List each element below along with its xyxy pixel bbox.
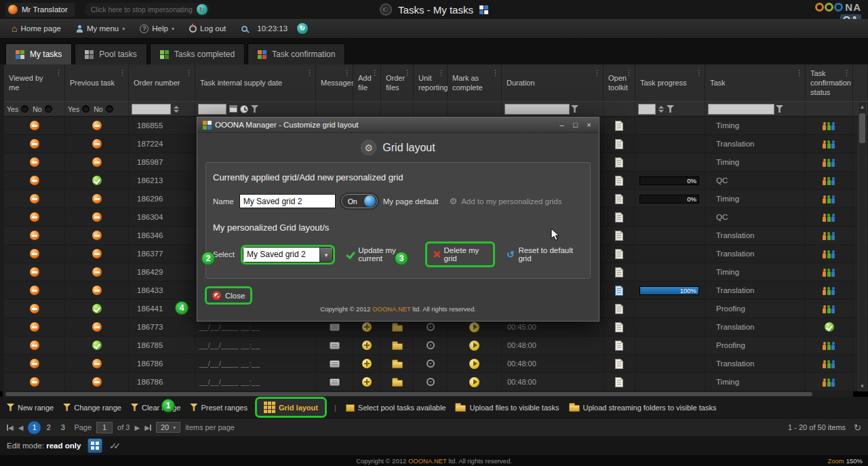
column-header[interactable]: Task⋮	[705, 64, 806, 101]
open-toolkit-icon[interactable]	[615, 304, 623, 314]
filter-order-number[interactable]	[129, 102, 195, 116]
messages-icon[interactable]	[330, 342, 340, 349]
column-menu-icon[interactable]: ⋮	[795, 69, 803, 78]
horizontal-scroll-thumb[interactable]	[5, 392, 812, 396]
clock-icon[interactable]	[240, 105, 248, 113]
toolbar-preset-ranges[interactable]: Preset ranges	[190, 404, 247, 412]
column-header[interactable]: Order number⋮	[129, 64, 195, 101]
date-filter-input[interactable]	[198, 104, 226, 115]
column-header[interactable]: Task progress⋮	[635, 64, 705, 101]
column-header[interactable]: Add file⋮	[353, 64, 381, 101]
menu-item-help[interactable]: ?Help▾	[134, 22, 180, 35]
column-header[interactable]: Open toolkit⋮	[604, 64, 635, 101]
column-menu-icon[interactable]: ⋮	[593, 69, 601, 78]
add-file-icon[interactable]	[362, 322, 372, 332]
funnel-icon[interactable]	[571, 105, 578, 113]
mark-complete-play-icon[interactable]	[469, 359, 479, 369]
maximize-button[interactable]: □	[570, 120, 581, 130]
open-toolkit-icon[interactable]	[615, 377, 623, 387]
open-toolkit-icon[interactable]	[615, 212, 623, 222]
column-header[interactable]: Viewed by me⋮	[4, 64, 65, 101]
column-header[interactable]: Task confirmation status⋮	[806, 64, 853, 101]
open-toolkit-icon[interactable]	[615, 286, 623, 296]
add-file-icon[interactable]	[362, 341, 372, 350]
page-number-2[interactable]: 2	[42, 421, 55, 434]
column-header[interactable]: Task internal supply date⋮	[195, 64, 316, 101]
vertical-scroll-thumb[interactable]	[859, 113, 865, 143]
tab-pool-tasks[interactable]: Pool tasks	[75, 43, 146, 64]
dialog-titlebar[interactable]: OOONA Manager - Customize grid layout – …	[197, 117, 599, 133]
stop-impersonating-button[interactable]: Click here to stop impersonating ↻	[84, 3, 210, 16]
saved-grid-select-input[interactable]	[243, 248, 319, 262]
radio-icon[interactable]	[82, 105, 90, 113]
funnel-icon[interactable]	[251, 105, 258, 113]
horizontal-scrollbar[interactable]	[3, 391, 853, 397]
toolbar-upload-streaming-folders-to-visible-tasks[interactable]: Upload streaming folders to visible task…	[569, 403, 717, 412]
page-default-toggle[interactable]: On	[341, 194, 378, 208]
scroll-down-icon[interactable]: ▼	[859, 382, 866, 391]
add-file-icon[interactable]	[362, 359, 372, 368]
last-page-icon[interactable]: ▶	[144, 424, 151, 431]
filter-task[interactable]	[705, 102, 806, 116]
toolbar-new-range[interactable]: New range	[7, 404, 54, 412]
refresh-icon[interactable]: ↻	[297, 23, 308, 34]
unit-reporting-icon[interactable]	[427, 323, 435, 331]
order-files-folder-icon[interactable]	[392, 380, 403, 387]
duration-filter-input[interactable]	[505, 104, 570, 115]
open-toolkit-icon[interactable]	[615, 231, 623, 241]
page-number-3[interactable]: 3	[56, 421, 69, 434]
refresh-icon[interactable]: ↻	[854, 423, 861, 433]
saved-grid-select[interactable]: ▾	[243, 247, 333, 263]
vertical-scrollbar[interactable]: ▲ ▼	[858, 102, 867, 391]
next-page-icon[interactable]: ▶	[134, 424, 140, 431]
messages-icon[interactable]	[330, 360, 340, 368]
column-menu-icon[interactable]: ⋮	[695, 69, 703, 78]
previous-page-icon[interactable]: ◀	[18, 424, 24, 431]
filter-duration[interactable]	[502, 102, 604, 116]
close-window-button[interactable]: ×	[583, 120, 595, 130]
filter-viewed-by-me[interactable]: Yes No	[4, 102, 65, 116]
refresh-icon[interactable]: ↻	[197, 4, 208, 15]
update-grid-button[interactable]: Update my current	[341, 244, 419, 265]
tab-my-tasks[interactable]: My tasks	[5, 43, 72, 64]
minimize-button[interactable]: –	[556, 120, 568, 130]
chevron-down-icon[interactable]: ▾	[319, 248, 332, 262]
radio-icon[interactable]	[45, 105, 52, 113]
grid-settings-button[interactable]	[87, 438, 102, 453]
funnel-icon[interactable]	[776, 105, 783, 113]
mark-complete-play-icon[interactable]	[469, 377, 479, 387]
column-menu-icon[interactable]: ⋮	[492, 69, 499, 78]
open-toolkit-icon[interactable]	[615, 249, 623, 259]
filter-task-progress[interactable]	[635, 102, 705, 116]
reset-grid-button[interactable]: ↺Reset to default grid	[501, 244, 583, 265]
tab-tasks-completed[interactable]: Tasks completed	[150, 43, 245, 64]
toolbar-change-range[interactable]: Change range	[63, 404, 121, 412]
filter-previous-task[interactable]: Yes No	[65, 102, 129, 116]
menu-item-log-out[interactable]: Log out	[183, 22, 232, 35]
add-to-grids-button[interactable]: ⚙Add to my personalized grids	[444, 193, 568, 209]
open-toolkit-icon[interactable]	[615, 176, 623, 186]
funnel-icon[interactable]	[667, 105, 674, 113]
unit-reporting-icon[interactable]	[427, 378, 435, 386]
column-menu-icon[interactable]: ⋮	[843, 69, 850, 78]
search-icon[interactable]	[241, 26, 248, 32]
column-menu-icon[interactable]: ⋮	[119, 69, 126, 78]
open-toolkit-icon[interactable]	[615, 121, 623, 131]
toolbar-select-pool-tasks-available[interactable]: Select pool tasks available	[346, 403, 446, 412]
order-number-filter-input[interactable]	[132, 104, 171, 115]
add-file-icon[interactable]	[362, 377, 372, 387]
open-toolkit-icon[interactable]	[615, 267, 623, 277]
radio-icon[interactable]	[106, 105, 113, 113]
column-menu-icon[interactable]: ⋮	[437, 69, 445, 78]
unit-reporting-icon[interactable]	[427, 360, 435, 368]
dialog-close-button[interactable]: Close	[207, 288, 250, 303]
column-header[interactable]: Messages⋮	[316, 64, 353, 101]
items-per-page-select[interactable]: 20▾	[156, 422, 180, 433]
column-header[interactable]: Previous task⋮	[65, 64, 129, 101]
toolbar-grid-layout[interactable]: Grid layout	[257, 399, 325, 416]
messages-icon[interactable]	[330, 324, 340, 331]
calendar-icon[interactable]	[229, 105, 237, 113]
column-menu-icon[interactable]: ⋮	[185, 69, 193, 78]
open-toolkit-icon[interactable]	[615, 194, 623, 204]
grid-name-input[interactable]	[239, 194, 336, 208]
